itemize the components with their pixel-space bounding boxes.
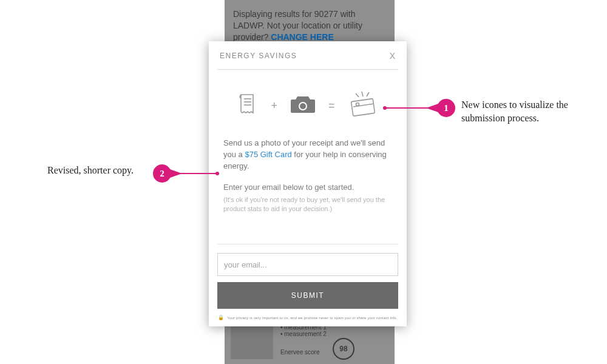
annotation-text-1: New icones to visualize the submission p… xyxy=(461,98,589,124)
privacy-note: 🔒 Your privacy is very important to us, … xyxy=(217,315,398,320)
body-paragraph: Send us a photo of your receipt and we'l… xyxy=(223,138,392,172)
email-field[interactable] xyxy=(217,253,398,276)
close-icon[interactable]: X xyxy=(390,51,396,61)
annotation-leader-1 xyxy=(384,107,429,109)
svg-rect-5 xyxy=(351,99,375,116)
svg-line-8 xyxy=(362,92,363,96)
gift-card-icon xyxy=(347,90,379,121)
svg-line-9 xyxy=(356,93,359,97)
change-here-link[interactable]: CHANGE HERE xyxy=(271,32,333,42)
enervee-score-label: Enervee score xyxy=(280,349,319,356)
annotation-marker-1: 1 xyxy=(437,99,455,117)
modal-body-copy: Send us a photo of your receipt and we'l… xyxy=(209,138,407,214)
svg-line-10 xyxy=(367,92,369,96)
svg-point-4 xyxy=(300,103,306,109)
annotation-marker-2: 2 xyxy=(153,164,171,183)
hint-text: (It's ok if you're not ready to buy yet,… xyxy=(223,195,392,214)
icon-equation-row: + = xyxy=(209,70,407,138)
gift-card-link[interactable]: $75 Gift Card xyxy=(245,150,291,159)
svg-point-7 xyxy=(356,103,359,106)
background-results-text: Displaying results for 90277 with LADWP.… xyxy=(225,0,395,43)
annotation-leader-2 xyxy=(180,173,219,174)
submit-button[interactable]: SUBMIT xyxy=(217,282,398,309)
lock-icon: 🔒 xyxy=(218,315,224,320)
plus-symbol: + xyxy=(271,99,277,112)
background-card: • measurement 1 • measurement 2 Enervee … xyxy=(225,323,395,364)
energy-savings-modal: ENERGY SAVINGS X + = Send us a photo of … xyxy=(209,41,407,326)
email-prompt: Enter your email below to get started. xyxy=(223,182,392,194)
receipt-icon xyxy=(237,92,259,119)
equals-symbol: = xyxy=(328,99,335,112)
camera-icon xyxy=(290,94,316,117)
product-thumb xyxy=(231,323,273,359)
annotation-text-2: Revised, shorter copy. xyxy=(47,164,138,177)
modal-title: ENERGY SAVINGS xyxy=(220,52,297,60)
divider xyxy=(217,244,398,244)
enervee-score-value: 98 xyxy=(333,338,354,360)
